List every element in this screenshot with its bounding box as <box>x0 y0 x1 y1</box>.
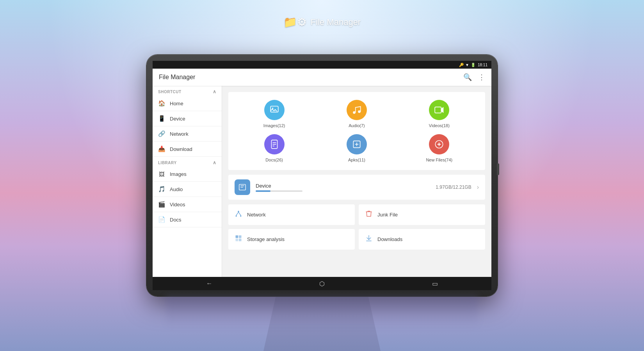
library-header: LIBRARY ∧ <box>153 157 222 167</box>
sidebar-item-device[interactable]: 📱 Device <box>153 111 222 126</box>
status-bar: 🔑 ▼ 🔋 18:11 <box>153 61 491 69</box>
sidebar-download-label: Download <box>170 146 192 152</box>
docs-label: Docs(26) <box>265 158 283 162</box>
svg-point-15 <box>236 215 237 216</box>
svg-line-17 <box>236 212 238 215</box>
tablet-wrapper: 🔑 ▼ 🔋 18:11 File Manager 🔍 ⋮ <box>146 55 498 296</box>
svg-rect-0 <box>270 106 278 112</box>
tool-downloads[interactable]: Downloads <box>359 229 485 250</box>
download-icon: 📥 <box>158 145 165 152</box>
key-icon: 🔑 <box>459 63 464 67</box>
tool-storage[interactable]: Storage analysis <box>228 229 355 250</box>
svg-point-3 <box>358 110 361 113</box>
downloads-tool-icon <box>365 234 373 244</box>
junkfile-tool-icon <box>365 210 373 220</box>
sidebar-videos-label: Videos <box>170 202 185 207</box>
svg-line-18 <box>238 212 241 215</box>
sidebar-network-label: Network <box>170 131 189 137</box>
storage-tool-icon <box>235 234 242 244</box>
svg-rect-21 <box>236 239 238 241</box>
library-collapse-icon[interactable]: ∧ <box>213 160 217 165</box>
svg-point-2 <box>353 111 356 114</box>
apks-circle <box>347 134 367 154</box>
home-icon: 🏠 <box>158 100 165 107</box>
device-arrow-icon: › <box>477 184 479 191</box>
shortcut-section: SHORTCUT ∧ 🏠 Home 📱 Device 🔗 <box>153 86 222 157</box>
videos-circle <box>429 100 449 120</box>
menu-button[interactable]: ⋮ <box>478 73 485 82</box>
svg-point-14 <box>238 211 239 212</box>
category-docs[interactable]: Docs(26) <box>236 134 312 162</box>
network-icon: 🔗 <box>158 130 165 137</box>
top-bar: File Manager 🔍 ⋮ <box>153 69 491 86</box>
sidebar-item-docs[interactable]: 📄 Docs <box>153 212 222 227</box>
main-panel: Images(12) Audio(7) Vide <box>222 86 491 277</box>
tools-grid: Network Junk File Storag <box>228 204 485 250</box>
category-videos[interactable]: Videos(18) <box>401 100 477 128</box>
device-info: Device <box>256 183 430 192</box>
network-tool-label: Network <box>247 212 266 218</box>
app-logo: 📁⚙ File Manager <box>283 16 361 28</box>
category-audio[interactable]: Audio(7) <box>318 100 395 128</box>
app-logo-icon: 📁⚙ <box>283 16 307 28</box>
newfiles-circle <box>429 134 449 154</box>
audio-label: Audio(7) <box>349 123 365 128</box>
time-display: 18:11 <box>478 63 487 67</box>
images-icon: 🖼 <box>158 171 165 177</box>
storage-bar-fill <box>256 190 270 192</box>
sidebar-item-network[interactable]: 🔗 Network <box>153 126 222 142</box>
shortcut-collapse-icon[interactable]: ∧ <box>213 89 217 94</box>
sidebar-docs-label: Docs <box>170 217 181 223</box>
audio-circle <box>347 100 367 120</box>
storage-tool-label: Storage analysis <box>247 236 285 242</box>
images-label: Images(12) <box>263 123 285 128</box>
images-circle <box>264 100 285 120</box>
storage-bar-bg <box>256 190 302 192</box>
category-grid: Images(12) Audio(7) Vide <box>228 92 485 170</box>
shortcut-header: SHORTCUT ∧ <box>153 86 222 96</box>
device-icon: 📱 <box>158 115 165 122</box>
sidebar-item-download[interactable]: 📥 Download <box>153 142 222 157</box>
shortcut-label: SHORTCUT <box>158 90 181 94</box>
back-button[interactable]: ← <box>206 280 212 287</box>
sidebar-item-videos[interactable]: 🎬 Videos <box>153 197 222 212</box>
apks-label: Apks(11) <box>348 158 365 162</box>
category-newfiles[interactable]: New Files(74) <box>401 134 477 162</box>
sidebar-item-home[interactable]: 🏠 Home <box>153 96 222 111</box>
sidebar-device-label: Device <box>170 116 185 122</box>
sidebar-home-label: Home <box>170 101 183 106</box>
docs-icon: 📄 <box>158 216 165 223</box>
svg-rect-22 <box>239 239 242 241</box>
svg-rect-20 <box>239 236 242 238</box>
downloads-tool-label: Downloads <box>377 236 402 242</box>
sidebar: SHORTCUT ∧ 🏠 Home 📱 Device 🔗 <box>153 86 222 277</box>
category-images[interactable]: Images(12) <box>236 100 312 128</box>
device-size: 1.97GB/12.21GB <box>436 184 471 190</box>
content-area: SHORTCUT ∧ 🏠 Home 📱 Device 🔗 <box>153 86 491 277</box>
side-button <box>497 163 499 175</box>
library-label: LIBRARY <box>158 161 177 165</box>
tablet-shell: 🔑 ▼ 🔋 18:11 File Manager 🔍 ⋮ <box>146 55 498 296</box>
status-icons: 🔑 ▼ 🔋 18:11 <box>459 63 487 67</box>
device-storage[interactable]: Device 1.97GB/12.21GB › <box>228 175 485 200</box>
wifi-icon: ▼ <box>465 63 469 67</box>
tool-network[interactable]: Network <box>228 204 355 225</box>
sidebar-images-label: Images <box>170 171 187 177</box>
videos-label: Videos(18) <box>429 123 450 128</box>
sidebar-item-audio[interactable]: 🎵 Audio <box>153 182 222 197</box>
videos-icon: 🎬 <box>158 201 165 208</box>
svg-point-16 <box>240 215 241 216</box>
search-button[interactable]: 🔍 <box>463 73 472 82</box>
junkfile-tool-label: Junk File <box>377 212 398 218</box>
library-section: LIBRARY ∧ 🖼 Images 🎵 Audio 🎬 <box>153 157 222 227</box>
device-storage-icon <box>235 179 250 195</box>
sidebar-audio-label: Audio <box>170 186 183 192</box>
sidebar-item-images[interactable]: 🖼 Images <box>153 167 222 182</box>
tool-junkfile[interactable]: Junk File <box>359 204 485 225</box>
recents-button[interactable]: ▭ <box>432 280 438 287</box>
top-bar-title: File Manager <box>159 74 463 81</box>
nav-bar: ← ⬡ ▭ <box>153 277 491 290</box>
svg-rect-19 <box>236 236 238 238</box>
category-apks[interactable]: Apks(11) <box>318 134 395 162</box>
home-button[interactable]: ⬡ <box>319 280 325 287</box>
